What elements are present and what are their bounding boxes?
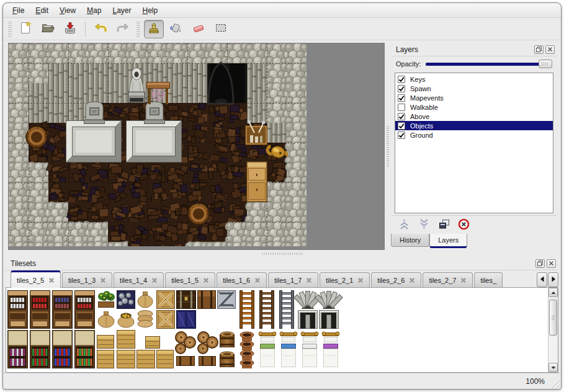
checkbox-unchecked-icon[interactable] bbox=[398, 104, 405, 111]
layer-row-keys[interactable]: Keys bbox=[395, 74, 553, 84]
scrollbar-thumb[interactable] bbox=[549, 300, 557, 336]
layer-duplicate-button[interactable] bbox=[436, 218, 452, 233]
stamp-tool-button[interactable] bbox=[144, 20, 164, 38]
map-canvas[interactable] bbox=[9, 43, 307, 246]
zoom-level: 100% bbox=[526, 377, 545, 386]
tab-label: tiles_2_7 bbox=[429, 277, 456, 284]
tab-close-icon[interactable] bbox=[203, 277, 209, 283]
tileset-tab-tiles_1_5[interactable]: tiles_1_5 bbox=[165, 272, 215, 287]
checkbox-checked-icon[interactable] bbox=[398, 122, 405, 130]
tileset-tab-tiles_1_6[interactable]: tiles_1_6 bbox=[217, 272, 267, 287]
layer-name: Above bbox=[410, 113, 429, 120]
layer-buttons bbox=[391, 215, 557, 234]
layers-close-button[interactable] bbox=[545, 45, 555, 54]
menu-view[interactable]: View bbox=[54, 3, 81, 17]
checkbox-checked-icon[interactable] bbox=[398, 131, 405, 139]
tab-label: tiles_ bbox=[480, 277, 496, 284]
redo-button[interactable] bbox=[113, 20, 133, 38]
tab-close-icon[interactable] bbox=[48, 277, 55, 283]
stamp-icon bbox=[146, 20, 161, 37]
dock-tab-history[interactable]: History bbox=[391, 234, 429, 247]
layer-down-button[interactable] bbox=[416, 218, 432, 233]
layer-name: Mapevents bbox=[410, 94, 444, 102]
splitter-grip[interactable] bbox=[262, 252, 302, 255]
menu-help[interactable]: Help bbox=[137, 3, 163, 17]
map-viewport[interactable] bbox=[8, 43, 385, 250]
tab-close-icon[interactable] bbox=[501, 277, 503, 283]
menu-file[interactable]: File bbox=[7, 3, 30, 17]
tilesets-float-button[interactable] bbox=[535, 259, 545, 268]
status-bar: 100% bbox=[3, 373, 561, 389]
tileset-tab-tiles_1_4[interactable]: tiles_1_4 bbox=[114, 272, 164, 287]
layer-row-mapevents[interactable]: Mapevents bbox=[395, 93, 553, 102]
layers-float-button[interactable] bbox=[534, 45, 544, 54]
tab-close-icon[interactable] bbox=[100, 277, 106, 283]
scroll-tabs-left-button[interactable] bbox=[537, 272, 547, 287]
opacity-slider[interactable] bbox=[426, 59, 552, 69]
tileset-canvas[interactable] bbox=[6, 289, 540, 368]
layer-row-spawn[interactable]: Spawn bbox=[395, 84, 553, 93]
main-area: Layers Opacity: KeysSpawnMapeventsWalkab… bbox=[3, 40, 561, 250]
opacity-slider-handle[interactable] bbox=[539, 60, 552, 68]
splitter-grip[interactable] bbox=[387, 127, 389, 166]
tab-label: tiles_1_5 bbox=[171, 277, 199, 284]
toolbar-separator bbox=[85, 22, 86, 37]
tileset-tab-tiles_2_5[interactable]: tiles_2_5 bbox=[11, 270, 61, 288]
open-button[interactable] bbox=[38, 20, 58, 38]
eraser-icon bbox=[191, 20, 206, 37]
vertical-splitter[interactable] bbox=[385, 43, 391, 250]
scrollbar-track[interactable] bbox=[548, 297, 558, 363]
tileset-tab-tiles_1_7[interactable]: tiles_1_7 bbox=[268, 272, 318, 287]
layer-up-button[interactable] bbox=[396, 218, 412, 233]
dock-tab-layers[interactable]: Layers bbox=[429, 234, 467, 248]
tileset-tab-tiles_2_6[interactable]: tiles_2_6 bbox=[371, 272, 421, 287]
tab-close-icon[interactable] bbox=[357, 277, 364, 283]
checkbox-checked-icon[interactable] bbox=[398, 76, 405, 83]
select-tool-button[interactable] bbox=[211, 20, 231, 38]
menu-map[interactable]: Map bbox=[81, 3, 107, 17]
eraser-tool-button[interactable] bbox=[189, 20, 208, 38]
layer-delete-button[interactable] bbox=[455, 218, 472, 233]
menu-bar: FileEditViewMapLayerHelp bbox=[3, 3, 561, 18]
tab-close-icon[interactable] bbox=[151, 277, 158, 283]
checkbox-checked-icon[interactable] bbox=[398, 85, 405, 92]
layer-row-objects[interactable]: Objects bbox=[395, 121, 553, 130]
layer-row-ground[interactable]: Ground bbox=[395, 130, 553, 140]
checkbox-checked-icon[interactable] bbox=[398, 113, 405, 120]
layer-name: Spawn bbox=[410, 85, 431, 92]
tileset-tab-tiles_2_7[interactable]: tiles_2_7 bbox=[423, 272, 473, 287]
scroll-down-button[interactable] bbox=[548, 363, 558, 372]
menu-layer[interactable]: Layer bbox=[107, 3, 137, 17]
layer-row-above[interactable]: Above bbox=[395, 112, 553, 121]
chevron-double-up-icon bbox=[398, 218, 411, 233]
tilesets-close-button[interactable] bbox=[547, 259, 556, 268]
tab-close-icon[interactable] bbox=[254, 277, 261, 283]
tileset-tab-tiles_1_3[interactable]: tiles_1_3 bbox=[62, 272, 112, 287]
horizontal-splitter[interactable] bbox=[3, 250, 561, 257]
toolbar-handle[interactable] bbox=[137, 21, 140, 37]
fill-tool-button[interactable] bbox=[166, 20, 186, 38]
toolbar-handle[interactable] bbox=[8, 21, 12, 37]
chevron-double-down-icon bbox=[418, 218, 431, 233]
save-button[interactable] bbox=[60, 20, 80, 38]
layer-name: Keys bbox=[410, 76, 425, 83]
new-file-button[interactable] bbox=[16, 20, 35, 38]
tab-close-icon[interactable] bbox=[409, 277, 415, 283]
tileset-scrollbar[interactable] bbox=[548, 288, 558, 372]
tab-close-icon[interactable] bbox=[306, 277, 312, 283]
opacity-label: Opacity: bbox=[396, 60, 421, 68]
menu-edit[interactable]: Edit bbox=[30, 3, 54, 17]
arrow-right-icon bbox=[550, 275, 557, 285]
tileset-tab-tiles_[interactable]: tiles_ bbox=[474, 272, 503, 287]
resize-grip[interactable] bbox=[550, 378, 560, 388]
checkbox-checked-icon[interactable] bbox=[398, 94, 405, 102]
scroll-tabs-right-button[interactable] bbox=[548, 272, 558, 287]
scroll-up-button[interactable] bbox=[548, 288, 558, 297]
undo-button[interactable] bbox=[91, 20, 110, 38]
tileset-tab-tiles_2_1[interactable]: tiles_2_1 bbox=[320, 272, 370, 287]
tab-close-icon[interactable] bbox=[460, 277, 467, 283]
tilesets-panel-title: Tilesets bbox=[11, 259, 36, 268]
opacity-slider-track[interactable] bbox=[426, 63, 551, 66]
layer-row-walkable[interactable]: Walkable bbox=[395, 102, 553, 112]
redo-icon bbox=[115, 20, 130, 37]
